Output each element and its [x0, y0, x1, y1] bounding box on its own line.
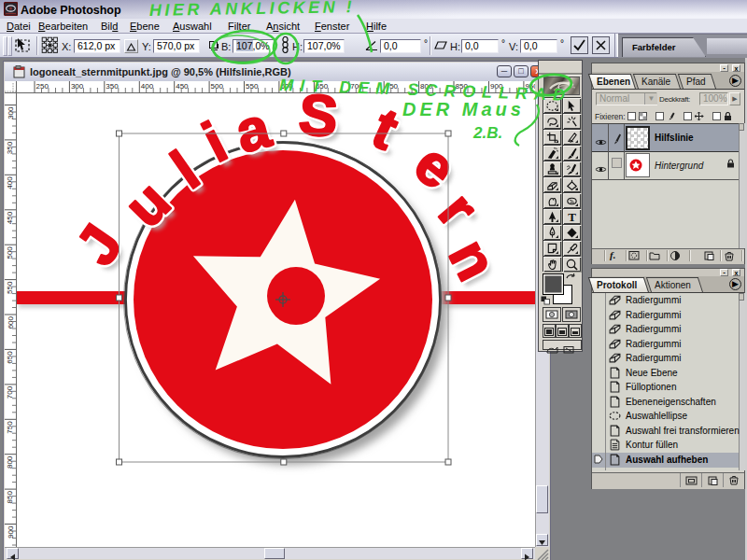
svg-text:550: 550: [7, 281, 15, 294]
svg-text:750: 750: [7, 421, 15, 434]
svg-text:500: 500: [7, 246, 15, 259]
svg-text:400: 400: [141, 82, 154, 91]
svg-text:f.: f.: [610, 250, 615, 260]
svg-text:300: 300: [7, 106, 15, 119]
svg-text:350: 350: [106, 82, 119, 91]
svg-text:850: 850: [7, 491, 15, 504]
svg-text:950: 950: [525, 82, 535, 91]
svg-text:650: 650: [7, 351, 15, 364]
svg-text:700: 700: [350, 82, 363, 91]
svg-text:350: 350: [7, 141, 15, 154]
svg-text:300: 300: [71, 82, 84, 91]
svg-text:850: 850: [456, 82, 469, 91]
svg-text:400: 400: [7, 176, 15, 189]
svg-text:900: 900: [490, 82, 503, 91]
svg-text:450: 450: [7, 211, 15, 224]
svg-text:S: S: [296, 93, 340, 149]
svg-text:700: 700: [7, 385, 15, 399]
svg-text:250: 250: [36, 82, 49, 91]
svg-text:500: 500: [211, 82, 224, 91]
svg-text:550: 550: [246, 82, 259, 91]
svg-text:800: 800: [7, 455, 15, 469]
svg-text:600: 600: [280, 82, 293, 91]
svg-text:T: T: [568, 210, 576, 223]
svg-text:750: 750: [386, 82, 399, 91]
svg-text:800: 800: [420, 82, 433, 91]
svg-text:600: 600: [7, 315, 15, 329]
svg-text:900: 900: [7, 525, 15, 539]
svg-text:650: 650: [316, 82, 329, 91]
svg-text:450: 450: [176, 82, 189, 91]
